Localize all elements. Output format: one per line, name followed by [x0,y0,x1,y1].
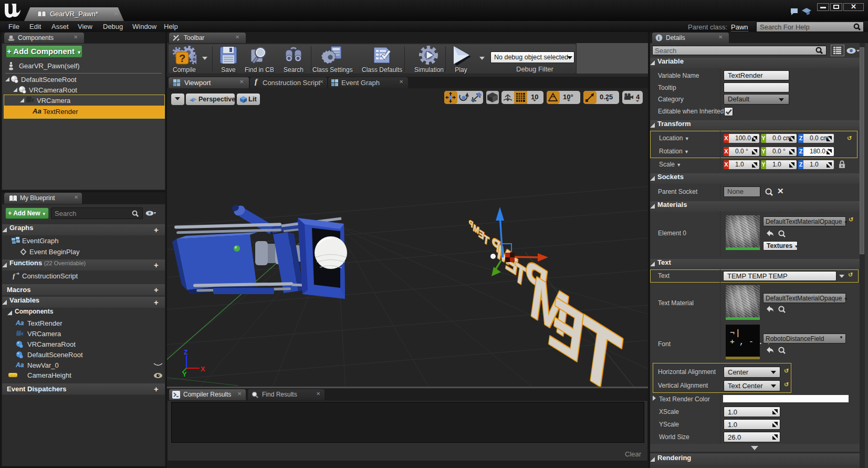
svg-text:?: ? [179,53,185,64]
svg-text:i: i [658,35,660,41]
svg-text:10: 10 [531,93,538,101]
svg-text:P: P [468,218,473,230]
svg-text:10°: 10° [563,93,573,101]
svg-text:4: 4 [636,93,640,101]
svg-text:Z: Z [184,349,187,356]
svg-text:M: M [473,222,480,235]
svg-text:f: f [13,272,16,279]
svg-text:X: X [201,365,205,373]
svg-text:Y: Y [182,370,187,378]
svg-text:0.25: 0.25 [600,93,613,101]
